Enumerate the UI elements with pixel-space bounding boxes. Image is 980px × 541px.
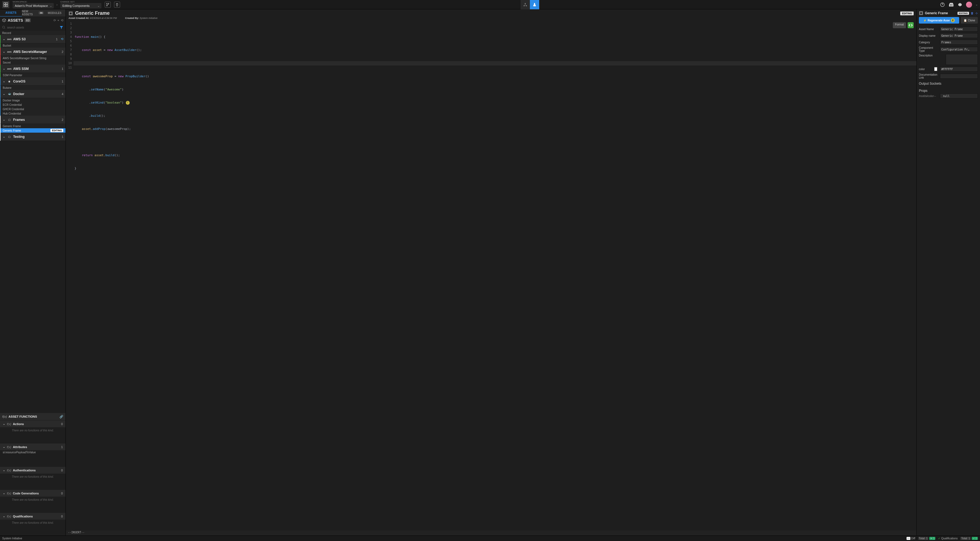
tab-modules-label: MODULES	[48, 11, 61, 14]
tree-item[interactable]: SSM Parameter	[0, 73, 65, 77]
left-panel: ASSETS NEW ASSETS36 MODULES ASSETS 83 ⟳ …	[0, 9, 66, 536]
svg-rect-1	[6, 2, 8, 4]
editor-title: Generic Frame	[75, 10, 110, 16]
component-type-label: Component Type	[919, 46, 938, 53]
rp-title: Generic Frame	[925, 11, 956, 15]
func-section-header[interactable]: ⌄f(x)Authentications0	[0, 466, 65, 474]
line-gutter: 1234567891011	[66, 21, 73, 531]
user-avatar[interactable]	[966, 2, 972, 8]
regenerate-button[interactable]: ⚡ Regenerate Asse2	[919, 17, 959, 24]
chevron-down-icon: ⌄	[3, 135, 5, 138]
chevron-down-icon: ⌄	[3, 118, 5, 121]
func-section-header[interactable]: ⌄f(x)Attributes1	[0, 443, 65, 450]
workspace-selector: WORKSPACE: Adam's Prod Workspace	[13, 0, 54, 8]
code-editor[interactable]: Format 1234567891011 function main() { c…	[66, 21, 916, 531]
format-button[interactable]: Format	[893, 22, 906, 28]
rp-actions: ⚡ Regenerate Asse2 📋 Clone	[917, 17, 980, 26]
svg-rect-2	[4, 5, 5, 6]
tree-group[interactable]: ⌄awsAWS S31⟲	[0, 35, 65, 43]
tree-item[interactable]: GHCR Credential	[0, 107, 65, 111]
tree-group[interactable]: ⌄▢Frames2	[0, 116, 65, 124]
func-section-header[interactable]: ⌄f(x)Actions0	[0, 420, 65, 427]
help-icon[interactable]	[940, 2, 945, 7]
tree-group[interactable]: ⌄awsAWS SSM1	[0, 65, 65, 73]
top-bar: WORKSPACE: Adam's Prod Workspace › CHANG…	[0, 0, 980, 9]
diff-button[interactable]: 〰 Diff	[907, 537, 915, 540]
color-swatch[interactable]	[934, 67, 937, 71]
tab-new-assets-count: 36	[39, 11, 44, 14]
doc-link-input[interactable]	[940, 74, 978, 79]
chevron-down-icon: ⌄	[3, 50, 5, 53]
svg-point-7	[525, 3, 526, 4]
tree-item[interactable]: Docker Image	[0, 98, 65, 102]
app-logo[interactable]	[2, 1, 9, 8]
asset-name-input[interactable]	[940, 27, 978, 32]
hint-bulb-icon[interactable]: !	[126, 101, 130, 105]
component-type-select[interactable]	[940, 47, 978, 52]
filter-icon[interactable]	[59, 25, 63, 29]
category-input[interactable]	[940, 40, 978, 45]
tree-group[interactable]: ⌄◉CoreOS1	[0, 77, 65, 86]
workspace-view-button[interactable]	[520, 0, 530, 9]
status-left: System Initiative	[2, 537, 907, 540]
chevron-down-icon: ⌄	[3, 92, 5, 95]
rp-header: Generic Frame EDITING 🗑 ⊹	[917, 9, 980, 17]
func-section-header[interactable]: ⌄f(x)Qualifications0	[0, 512, 65, 520]
qualifications-button[interactable]: ✓ Qualifications	[938, 537, 958, 540]
sync-icon[interactable]: ⟲	[61, 19, 63, 22]
changeset-selector: CHANGE SET: Editing Components	[60, 0, 102, 8]
changeset-value: Editing Components	[62, 4, 90, 7]
refresh-icon[interactable]: ⟳	[54, 19, 56, 22]
tree-item[interactable]: ECR Credential	[0, 102, 65, 107]
rp-sliders-icon[interactable]: ⊹	[975, 11, 978, 15]
func-section-header[interactable]: ⌄f(x)Code Generations0	[0, 490, 65, 496]
tab-modules[interactable]: MODULES	[44, 9, 65, 16]
center-panel: Generic Frame EDITING Asset Created At: …	[66, 9, 916, 536]
asset-tree: Record⌄awsAWS S31⟲Bucket⌄awsAWS SecretsM…	[0, 31, 65, 413]
delete-changeset-button[interactable]	[114, 2, 120, 8]
merge-button[interactable]	[105, 2, 111, 8]
search-input[interactable]	[7, 26, 58, 29]
assets-count: 83	[25, 18, 31, 22]
display-name-label: Display name	[919, 34, 938, 37]
lab-view-button[interactable]	[530, 0, 539, 9]
tree-item[interactable]: Record	[0, 31, 65, 35]
code-area[interactable]: function main() { const asset = new Asse…	[73, 21, 916, 531]
props-value-input[interactable]	[940, 94, 978, 99]
tree-group[interactable]: ⌄🐳Docker4	[0, 90, 65, 98]
settings-icon[interactable]	[957, 2, 963, 7]
clone-label: Clone	[968, 19, 975, 22]
workspace-dropdown[interactable]: Adam's Prod Workspace	[13, 3, 54, 8]
discord-icon[interactable]	[948, 2, 954, 7]
props-heading: Props	[917, 87, 980, 92]
tab-assets[interactable]: ASSETS	[0, 9, 22, 16]
func-item[interactable]: si:resourcePayloadToValue	[0, 450, 65, 454]
tree-item[interactable]: Bucket	[0, 43, 65, 48]
tab-new-assets[interactable]: NEW ASSETS36	[22, 9, 44, 16]
clone-button[interactable]: 📋 Clone	[961, 17, 978, 24]
display-name-input[interactable]	[940, 33, 978, 38]
tree-item[interactable]: Generic Frame	[0, 124, 65, 128]
tree-item[interactable]: Generic FrameEDITING	[0, 128, 65, 133]
color-input[interactable]	[940, 67, 978, 72]
functions-list: ⌄f(x)Actions0There are no functions of t…	[0, 420, 65, 536]
chevron-down-icon: ⌄	[3, 67, 5, 70]
add-icon[interactable]: +	[57, 19, 59, 22]
tree-item[interactable]: Secret	[0, 60, 65, 65]
cube-icon	[2, 18, 6, 22]
rp-delete-icon[interactable]: 🗑	[971, 11, 974, 15]
tree-group[interactable]: ⌄awsAWS SecretsManager2	[0, 48, 65, 56]
link-icon[interactable]: 🔗	[59, 415, 63, 418]
chevron-down-icon: ⌄	[3, 492, 5, 495]
description-input[interactable]	[946, 54, 978, 65]
tree-item[interactable]: AWS SecretsManager Secret String	[0, 56, 65, 60]
tree-group[interactable]: ⌄▢Testing1	[0, 133, 65, 141]
tree-item[interactable]: Butane	[0, 86, 65, 90]
changeset-dropdown[interactable]: Editing Components	[60, 3, 102, 8]
frame-icon	[919, 11, 923, 15]
user-menu-chevron-icon[interactable]: ⌄	[975, 3, 978, 6]
sync-icon[interactable]: ⟲	[61, 37, 63, 41]
chevron-down-icon: ⌄	[3, 422, 5, 426]
tree-item[interactable]: Hub Credential	[0, 111, 65, 116]
run-button[interactable]	[908, 22, 914, 28]
